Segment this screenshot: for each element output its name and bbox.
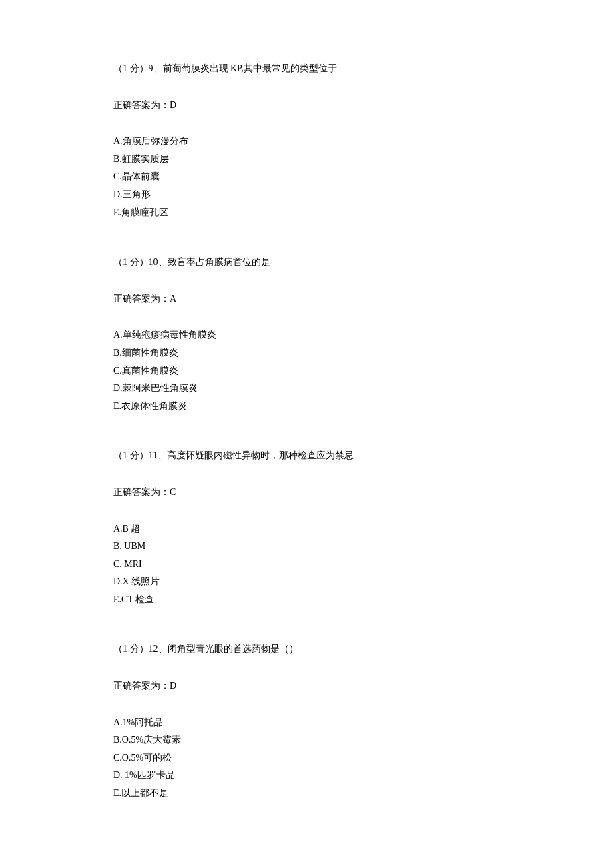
option-b: B. UBM — [113, 538, 501, 556]
option-d: D.X 线照片 — [113, 573, 501, 591]
correct-answer: 正确答案为：D — [113, 97, 501, 115]
option-b: B.O.5%庆大霉素 — [113, 731, 501, 749]
option-a: A.角膜后弥漫分布 — [113, 133, 501, 151]
question-12: （1 分）12、闭角型青光眼的首选药物是（） 正确答案为：D A.1%阿托品 B… — [113, 640, 501, 802]
correct-answer: 正确答案为：A — [113, 290, 501, 308]
option-a: A.单纯疱疹病毒性角膜炎 — [113, 326, 501, 344]
option-d: D.棘阿米巴性角膜炎 — [113, 380, 501, 398]
option-e: E.衣原体性角膜炎 — [113, 398, 501, 416]
question-9: （1 分）9、前葡萄膜炎出现 KP,其中最常见的类型位于 正确答案为：D A.角… — [113, 60, 501, 222]
option-e: E.CT 检查 — [113, 591, 501, 609]
option-d: D.三角形 — [113, 186, 501, 204]
question-11: （1 分）11、高度怀疑眼内磁性异物时，那种检查应为禁忌 正确答案为：C A.B… — [113, 447, 501, 608]
option-a: A.1%阿托品 — [113, 714, 501, 732]
options-list: A.单纯疱疹病毒性角膜炎 B.细菌性角膜炎 C.真菌性角膜炎 D.棘阿米巴性角膜… — [113, 326, 501, 415]
question-text: （1 分）10、致盲率占角膜病首位的是 — [113, 254, 501, 272]
option-d: D. 1%匹罗卡品 — [113, 767, 501, 785]
options-list: A.角膜后弥漫分布 B.虹膜实质层 C.晶体前囊 D.三角形 E.角膜瞳孔区 — [113, 133, 501, 222]
question-text: （1 分）11、高度怀疑眼内磁性异物时，那种检查应为禁忌 — [113, 447, 501, 465]
option-c: C.晶体前囊 — [113, 168, 501, 186]
correct-answer: 正确答案为：D — [113, 677, 501, 695]
option-c: C.O.5%可的松 — [113, 749, 501, 767]
option-e: E.以上都不是 — [113, 785, 501, 803]
option-b: B.虹膜实质层 — [113, 151, 501, 169]
option-c: C.真菌性角膜炎 — [113, 362, 501, 380]
option-b: B.细菌性角膜炎 — [113, 344, 501, 362]
option-c: C. MRI — [113, 556, 501, 574]
options-list: A.B 超 B. UBM C. MRI D.X 线照片 E.CT 检查 — [113, 520, 501, 609]
options-list: A.1%阿托品 B.O.5%庆大霉素 C.O.5%可的松 D. 1%匹罗卡品 E… — [113, 714, 501, 803]
correct-answer: 正确答案为：C — [113, 484, 501, 502]
option-e: E.角膜瞳孔区 — [113, 204, 501, 222]
question-text: （1 分）12、闭角型青光眼的首选药物是（） — [113, 640, 501, 659]
option-a: A.B 超 — [113, 520, 501, 538]
question-text: （1 分）9、前葡萄膜炎出现 KP,其中最常见的类型位于 — [113, 60, 501, 78]
question-10: （1 分）10、致盲率占角膜病首位的是 正确答案为：A A.单纯疱疹病毒性角膜炎… — [113, 254, 501, 415]
